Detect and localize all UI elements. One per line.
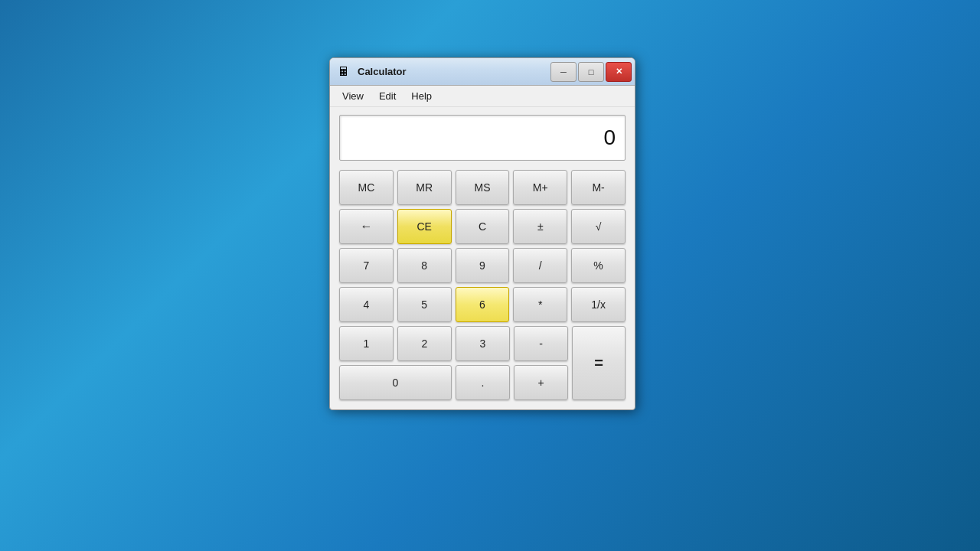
c-button[interactable]: C <box>456 209 510 244</box>
display-value: 0 <box>603 126 616 150</box>
btn-8[interactable]: 8 <box>397 248 452 283</box>
clear-row: ← CE C ± √ <box>339 209 626 244</box>
btn-7[interactable]: 7 <box>339 248 394 283</box>
menu-view[interactable]: View <box>336 88 370 104</box>
row-0: 0 . + <box>339 365 568 400</box>
btn-0[interactable]: 0 <box>339 365 452 400</box>
btn-divide[interactable]: / <box>513 248 567 283</box>
btn-plus[interactable]: + <box>514 365 568 400</box>
last-rows: 1 2 3 - 0 . + <box>339 326 568 400</box>
btn-6[interactable]: 6 <box>456 287 510 322</box>
menu-help[interactable]: Help <box>405 88 438 104</box>
display-area: 0 <box>339 115 626 161</box>
plusminus-button[interactable]: ± <box>513 209 567 244</box>
menu-edit[interactable]: Edit <box>373 88 402 104</box>
backspace-button[interactable]: ← <box>339 209 394 244</box>
title-bar: 🖩 Calculator ─ □ ✕ <box>330 58 635 86</box>
mr-button[interactable]: MR <box>397 170 452 205</box>
menu-bar: View Edit Help <box>330 86 635 107</box>
btn-percent[interactable]: % <box>571 248 626 283</box>
btn-3[interactable]: 3 <box>456 326 510 361</box>
sqrt-button[interactable]: √ <box>571 209 626 244</box>
btn-1[interactable]: 1 <box>339 326 394 361</box>
minimize-button[interactable]: ─ <box>550 62 577 82</box>
btn-5[interactable]: 5 <box>397 287 452 322</box>
mplus-button[interactable]: M+ <box>513 170 567 205</box>
btn-4[interactable]: 4 <box>339 287 394 322</box>
btn-9[interactable]: 9 <box>456 248 510 283</box>
btn-equals[interactable]: = <box>572 326 626 400</box>
calculator-window: 🖩 Calculator ─ □ ✕ View Edit Help 0 MC M… <box>329 57 635 410</box>
desktop: 🖩 Calculator ─ □ ✕ View Edit Help 0 MC M… <box>0 0 980 551</box>
app-icon: 🖩 <box>336 64 351 80</box>
btn-decimal[interactable]: . <box>456 365 510 400</box>
close-button[interactable]: ✕ <box>606 62 632 82</box>
row-789: 7 8 9 / % <box>339 248 626 283</box>
memory-row: MC MR MS M+ M- <box>339 170 626 205</box>
window-title: Calculator <box>358 66 550 77</box>
ce-button[interactable]: CE <box>397 209 452 244</box>
btn-minus[interactable]: - <box>514 326 568 361</box>
btn-multiply[interactable]: * <box>513 287 567 322</box>
maximize-button[interactable]: □ <box>578 62 604 82</box>
window-controls: ─ □ ✕ <box>550 62 632 82</box>
btn-reciprocal[interactable]: 1/x <box>571 287 626 322</box>
ms-button[interactable]: MS <box>456 170 510 205</box>
mminus-button[interactable]: M- <box>571 170 626 205</box>
row-456: 4 5 6 * 1/x <box>339 287 626 322</box>
mc-button[interactable]: MC <box>339 170 394 205</box>
row-123: 1 2 3 - <box>339 326 568 361</box>
buttons-area: MC MR MS M+ M- ← CE C ± √ 7 8 9 / % <box>330 167 635 409</box>
bottom-section: 1 2 3 - 0 . + = <box>339 326 626 400</box>
btn-2[interactable]: 2 <box>397 326 452 361</box>
